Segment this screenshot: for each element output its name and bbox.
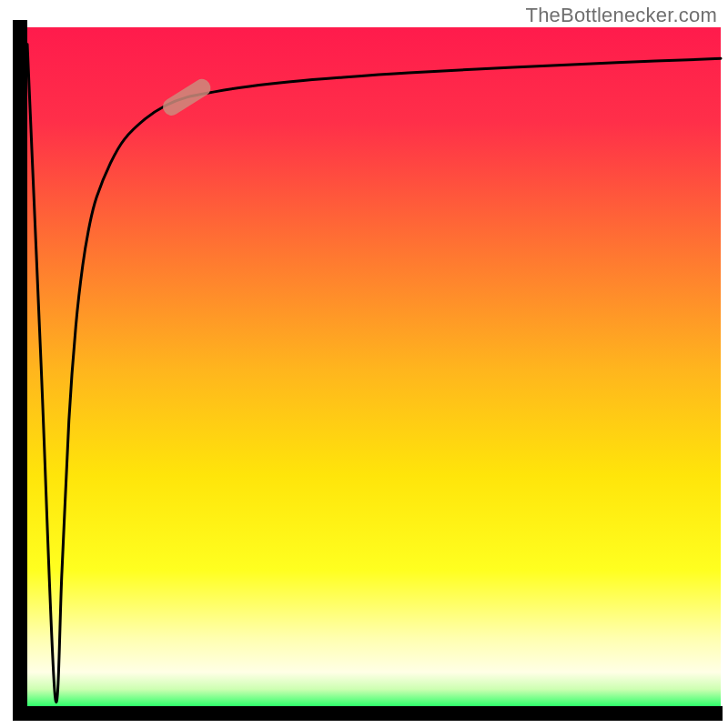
bottleneck-chart [0, 0, 728, 728]
plot-gradient-background [27, 27, 721, 706]
watermark-text: TheBottlenecker.com [526, 4, 717, 27]
